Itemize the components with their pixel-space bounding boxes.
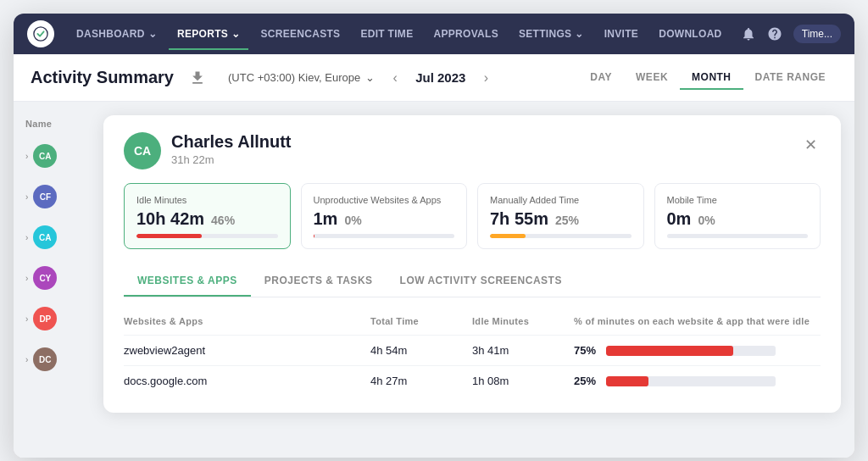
pct-bar-track-1 (606, 376, 776, 386)
cell-total-0: 4h 54m (370, 344, 472, 357)
modal-user-total-time: 31h 22m (171, 153, 794, 166)
sidebar-item-dc[interactable]: › DC (20, 342, 83, 376)
stat-bar-fill-idle (136, 234, 202, 238)
pct-bar-fill-1 (606, 376, 648, 386)
main-content: Name › CA › CF › CA › CY › DP › (14, 102, 854, 458)
stat-main-idle: 10h 42m (136, 209, 204, 229)
chevron-right-icon: › (25, 233, 28, 242)
app-logo[interactable] (27, 20, 54, 47)
pct-bar-track-0 (606, 346, 776, 356)
timezone-selector[interactable]: (UTC +03:00) Kiev, Europe ⌄ (228, 71, 375, 84)
avatar: CA (33, 144, 57, 168)
stat-main-mobile: 0m (667, 209, 692, 229)
chevron-right-icon: › (25, 355, 28, 364)
modal-area: CA Charles Allnutt 31h 22m ✕ Idle Minute… (90, 102, 854, 458)
cell-site-1: docs.google.com (124, 375, 370, 387)
chevron-down-icon: ⌄ (365, 71, 375, 84)
nav-settings[interactable]: SETTINGS ⌄ (510, 25, 593, 43)
stat-pct-mobile: 0% (698, 214, 715, 227)
chevron-down-icon: ⌄ (231, 28, 240, 40)
nav-edit-time[interactable]: EDIT TIME (352, 25, 421, 43)
cell-idle-0: 3h 41m (472, 344, 574, 357)
stat-main-unproductive: 1m (314, 209, 338, 229)
stat-values-manual: 7h 55m 25% (490, 209, 632, 229)
stat-pct-idle: 46% (211, 214, 235, 227)
modal-close-button[interactable]: ✕ (801, 132, 821, 158)
stat-values-mobile: 0m 0% (667, 209, 809, 229)
avatar: DC (33, 347, 57, 371)
tab-date-range[interactable]: DATE RANGE (743, 66, 837, 90)
stat-pct-manual: 25% (555, 214, 579, 227)
tab-month[interactable]: MONTH (680, 66, 743, 90)
sidebar-item-cf[interactable]: › CF (20, 180, 83, 214)
nav-invite[interactable]: INVITE (596, 25, 647, 43)
tab-low-activity[interactable]: LOW ACTIVITY SCREENCASTS (387, 266, 576, 297)
svg-point-0 (34, 27, 47, 41)
tab-projects-tasks[interactable]: PROJECTS & TASKS (251, 266, 387, 297)
user-detail-modal: CA Charles Allnutt 31h 22m ✕ Idle Minute… (103, 115, 841, 413)
pct-text-1: 25% (574, 375, 598, 387)
modal-user-info: Charles Allnutt 31h 22m (171, 132, 794, 166)
notification-bell-icon[interactable] (737, 20, 760, 47)
table-row: docs.google.com 4h 27m 1h 08m 25% (124, 365, 821, 396)
avatar: CA (33, 225, 57, 249)
col-header-site: Websites & Apps (124, 316, 370, 326)
stat-pct-unproductive: 0% (344, 214, 361, 227)
col-header-idle: Idle Minutes (472, 316, 574, 326)
help-icon[interactable] (764, 20, 787, 47)
chevron-right-icon: › (25, 274, 28, 283)
nav-dashboard[interactable]: DASHBOARD ⌄ (68, 25, 165, 43)
tab-websites-apps[interactable]: WEBSITES & APPS (124, 266, 251, 297)
avatar: CF (33, 185, 57, 208)
chevron-right-icon: › (25, 152, 28, 161)
chevron-right-icon: › (25, 314, 28, 324)
stat-card-manual: Manually Added Time 7h 55m 25% (477, 183, 644, 249)
cell-pct-bar-1: 25% (574, 375, 821, 387)
stat-label-manual: Manually Added Time (490, 194, 632, 206)
sidebar-item-ca1[interactable]: › CA (20, 139, 83, 173)
next-month-button[interactable]: › (476, 68, 496, 88)
tab-day[interactable]: DAY (578, 66, 624, 90)
nav-approvals[interactable]: APPROVALS (425, 25, 507, 43)
sidebar-item-cy[interactable]: › CY (20, 261, 83, 295)
nav-download[interactable]: DOWNLOAD (650, 25, 730, 43)
sub-header: Activity Summary (UTC +03:00) Kiev, Euro… (14, 54, 854, 102)
pct-text-0: 75% (574, 344, 598, 357)
tab-week[interactable]: WEEK (624, 66, 680, 90)
pct-bar-fill-0 (606, 346, 733, 356)
stat-card-unproductive: Unproductive Websites & Apps 1m 0% (301, 183, 468, 249)
nav-reports[interactable]: REPORTS ⌄ (169, 25, 248, 43)
section-tabs: WEBSITES & APPS PROJECTS & TASKS LOW ACT… (124, 266, 821, 297)
stat-label-idle: Idle Minutes (136, 194, 278, 206)
cell-site-0: zwebview2agent (124, 344, 370, 357)
cell-pct-bar-0: 75% (574, 344, 821, 357)
stat-values-idle: 10h 42m 46% (136, 209, 278, 229)
nav-screencasts[interactable]: SCREENCASTS (252, 25, 348, 43)
modal-user-name: Charles Allnutt (171, 132, 794, 152)
avatar: CY (33, 266, 57, 290)
user-menu[interactable]: Time... (793, 25, 841, 43)
stat-label-mobile: Mobile Time (667, 194, 809, 206)
upload-icon[interactable] (184, 64, 211, 92)
table-header: Websites & Apps Total Time Idle Minutes … (124, 311, 821, 331)
sidebar-item-dp[interactable]: › DP (20, 302, 83, 336)
stat-card-idle: Idle Minutes 10h 42m 46% (124, 183, 291, 249)
stat-bar-track-idle (136, 234, 278, 238)
stat-bar-fill-manual (490, 234, 526, 238)
chevron-down-icon: ⌄ (575, 28, 583, 40)
prev-month-button[interactable]: ‹ (385, 68, 405, 88)
stat-bar-fill-unproductive (314, 234, 315, 238)
sidebar: Name › CA › CF › CA › CY › DP › (14, 102, 90, 458)
page-title: Activity Summary (31, 68, 174, 87)
top-nav: DASHBOARD ⌄ REPORTS ⌄ SCREENCASTS EDIT T… (14, 14, 854, 54)
chevron-down-icon: ⌄ (148, 28, 157, 40)
stat-bar-track-manual (490, 234, 632, 238)
chevron-right-icon: › (25, 192, 28, 202)
cell-total-1: 4h 27m (370, 375, 472, 387)
stat-label-unproductive: Unproductive Websites & Apps (314, 194, 455, 206)
modal-header: CA Charles Allnutt 31h 22m ✕ (124, 132, 821, 169)
stat-values-unproductive: 1m 0% (314, 209, 455, 229)
stat-bar-track-mobile (667, 234, 809, 238)
sidebar-item-ca2[interactable]: › CA (20, 220, 83, 254)
table-row: zwebview2agent 4h 54m 3h 41m 75% (124, 335, 821, 365)
